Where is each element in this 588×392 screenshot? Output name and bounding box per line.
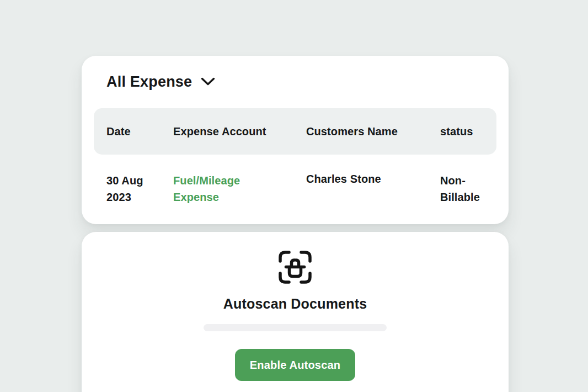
autoscan-title: Autoscan Documents [223, 295, 367, 312]
skeleton-progress-bar [204, 324, 387, 331]
column-header-customers-name: Customers Name [306, 125, 440, 138]
enable-autoscan-button[interactable]: Enable Autoscan [235, 349, 355, 381]
table-row[interactable]: 30 Aug 2023 Fuel/Mileage Expense Charles… [94, 172, 496, 205]
page: All Expense Date Expense Account Custome… [0, 0, 588, 392]
expense-filter-label: All Expense [106, 73, 192, 91]
row-date: 30 Aug 2023 [106, 172, 159, 205]
autoscan-icon [277, 250, 313, 287]
table-header: Date Expense Account Customers Name stat… [94, 108, 496, 155]
chevron-down-icon [201, 77, 215, 88]
expense-filter-dropdown[interactable]: All Expense [106, 72, 496, 91]
column-header-status: status [440, 125, 496, 138]
autoscan-card: Autoscan Documents Enable Autoscan [82, 232, 509, 392]
column-header-date: Date [106, 125, 173, 138]
row-customer-name: Charles Stone [306, 171, 440, 205]
row-status: Non-Billable [440, 172, 495, 205]
expense-list-card: All Expense Date Expense Account Custome… [82, 56, 509, 224]
row-expense-account-link[interactable]: Fuel/Mileage Expense [173, 172, 267, 205]
column-header-expense-account: Expense Account [173, 125, 306, 138]
